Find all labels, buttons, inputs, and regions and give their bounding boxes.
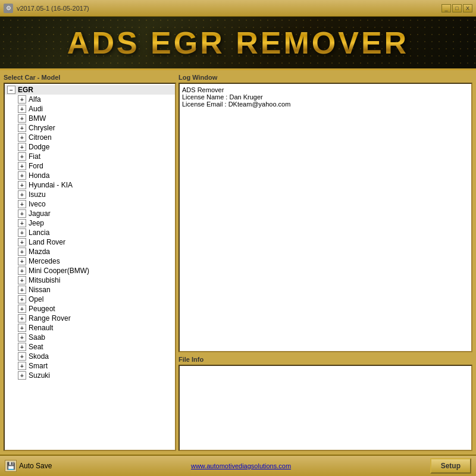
root-expand-icon[interactable]: −	[7, 86, 15, 94]
expand-icon[interactable]: +	[18, 219, 26, 227]
tree-item[interactable]: +Skoda	[5, 352, 175, 361]
tree-item[interactable]: +Saab	[5, 333, 175, 342]
tree-item-label: Jeep	[29, 219, 44, 227]
expand-icon[interactable]: +	[18, 124, 26, 132]
tree-item[interactable]: +Audi	[5, 104, 175, 114]
tree-item-label: Smart	[29, 362, 48, 370]
file-info-box	[178, 365, 472, 451]
expand-icon[interactable]: +	[18, 152, 26, 161]
right-panel: Log Window ADS RemoverLicense Name : Dan…	[178, 74, 472, 451]
tree-item[interactable]: +Hyundai - KIA	[5, 180, 175, 190]
tree-item-label: Citroen	[29, 133, 52, 142]
tree-container: − EGR +Alfa+Audi+BMW+Chrysler+Citroen+Do…	[4, 83, 176, 451]
tree-item[interactable]: +Alfa	[5, 95, 175, 104]
tree-item-label: Jaguar	[29, 209, 51, 218]
status-bar: 💾 Auto Save www.automotivediagsolutions.…	[0, 455, 476, 476]
auto-save-area: 💾 Auto Save	[5, 460, 52, 472]
expand-icon[interactable]: +	[18, 228, 26, 237]
expand-icon[interactable]: +	[18, 371, 26, 380]
expand-icon[interactable]: +	[18, 286, 26, 294]
expand-icon[interactable]: +	[18, 181, 26, 189]
expand-icon[interactable]: +	[18, 248, 26, 256]
expand-icon[interactable]: +	[18, 333, 26, 342]
expand-icon[interactable]: +	[18, 295, 26, 303]
tree-root-item[interactable]: − EGR	[5, 85, 175, 95]
tree-item[interactable]: +Mitsubishi	[5, 275, 175, 285]
expand-icon[interactable]: +	[18, 105, 26, 113]
tree-item[interactable]: +Chrysler	[5, 123, 175, 133]
expand-icon[interactable]: +	[18, 171, 26, 180]
expand-icon[interactable]: +	[18, 314, 26, 322]
banner-title: ADS EGR REMOVER	[67, 25, 409, 61]
expand-icon[interactable]: +	[18, 238, 26, 246]
tree-item[interactable]: +Fiat	[5, 152, 175, 161]
tree-item[interactable]: +Honda	[5, 171, 175, 180]
panels-row: Select Car - Model − EGR +Alfa+Audi+BMW+…	[0, 70, 476, 455]
tree-item-label: Nissan	[29, 286, 51, 294]
tree-item[interactable]: +Opel	[5, 295, 175, 304]
tree-item[interactable]: +Dodge	[5, 142, 175, 152]
save-icon: 💾	[5, 460, 17, 472]
tree-item-label: Alfa	[29, 95, 41, 104]
tree-item[interactable]: +Land Rover	[5, 237, 175, 247]
expand-icon[interactable]: +	[18, 305, 26, 313]
title-bar-left: ⚙ v2017.05-1 (16-05-2017)	[4, 4, 89, 13]
expand-icon[interactable]: +	[18, 324, 26, 332]
auto-save-label: Auto Save	[19, 462, 52, 470]
expand-icon[interactable]: +	[18, 162, 26, 170]
tree-item[interactable]: +Mercedes	[5, 256, 175, 266]
tree-item[interactable]: +Range Rover	[5, 314, 175, 323]
expand-icon[interactable]: +	[18, 267, 26, 275]
tree-item[interactable]: +Smart	[5, 361, 175, 371]
tree-item[interactable]: +Iveco	[5, 199, 175, 209]
tree-root: − EGR +Alfa+Audi+BMW+Chrysler+Citroen+Do…	[5, 84, 175, 381]
expand-icon[interactable]: +	[18, 209, 26, 218]
expand-icon[interactable]: +	[18, 352, 26, 361]
tree-item-label: Suzuki	[29, 371, 50, 380]
expand-icon[interactable]: +	[18, 190, 26, 199]
tree-item-label: Audi	[29, 105, 43, 113]
tree-item[interactable]: +Mazda	[5, 247, 175, 256]
tree-item[interactable]: +BMW	[5, 114, 175, 123]
log-label: Log Window	[178, 74, 472, 81]
tree-item[interactable]: +Isuzu	[5, 190, 175, 199]
tree-scroll[interactable]: − EGR +Alfa+Audi+BMW+Chrysler+Citroen+Do…	[5, 84, 175, 450]
tree-item-label: Range Rover	[29, 314, 71, 322]
tree-item-label: Fiat	[29, 152, 40, 161]
maximize-button[interactable]: □	[452, 4, 462, 12]
expand-icon[interactable]: +	[18, 362, 26, 370]
tree-item[interactable]: +Peugeot	[5, 304, 175, 314]
tree-item[interactable]: +Seat	[5, 342, 175, 352]
tree-item[interactable]: +Mini Cooper(BMW)	[5, 266, 175, 275]
close-button[interactable]: X	[463, 4, 472, 12]
expand-icon[interactable]: +	[18, 95, 26, 104]
tree-item-label: Ford	[29, 162, 43, 170]
tree-item[interactable]: +Suzuki	[5, 371, 175, 380]
minimize-button[interactable]: _	[441, 4, 451, 12]
expand-icon[interactable]: +	[18, 276, 26, 284]
tree-item-label: Seat	[29, 343, 43, 351]
expand-icon[interactable]: +	[18, 114, 26, 123]
tree-item-label: Mazda	[29, 248, 50, 256]
tree-item[interactable]: +Ford	[5, 161, 175, 171]
tree-item-label: Mercedes	[29, 257, 60, 265]
tree-item[interactable]: +Nissan	[5, 285, 175, 295]
log-section: Log Window ADS RemoverLicense Name : Dan…	[178, 74, 472, 352]
expand-icon[interactable]: +	[18, 200, 26, 208]
log-line: ADS Remover	[182, 86, 469, 93]
main-content: Select Car - Model − EGR +Alfa+Audi+BMW+…	[0, 70, 476, 455]
tree-item-label: Lancia	[29, 228, 49, 237]
tree-item[interactable]: +Renault	[5, 323, 175, 333]
tree-item[interactable]: +Jeep	[5, 218, 175, 228]
window-title: v2017.05-1 (16-05-2017)	[17, 5, 89, 12]
website-link[interactable]: www.automotivediagsolutions.com	[57, 462, 425, 469]
setup-button[interactable]: Setup	[430, 458, 471, 474]
expand-icon[interactable]: +	[18, 133, 26, 142]
tree-item[interactable]: +Jaguar	[5, 209, 175, 218]
expand-icon[interactable]: +	[18, 143, 26, 151]
expand-icon[interactable]: +	[18, 343, 26, 351]
tree-item[interactable]: +Citroen	[5, 133, 175, 142]
tree-item[interactable]: +Lancia	[5, 228, 175, 237]
expand-icon[interactable]: +	[18, 257, 26, 265]
file-info-label: File Info	[178, 356, 472, 363]
